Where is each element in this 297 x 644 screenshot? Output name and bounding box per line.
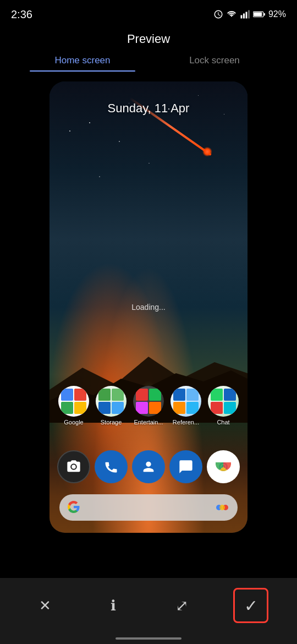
stars — [50, 81, 248, 352]
assistant-dots-icon — [215, 502, 230, 513]
app-reference-label: Referen... — [173, 419, 199, 425]
dock-contacts[interactable] — [132, 450, 165, 483]
bottom-toolbar: ✕ ℹ ⤢ ✓ — [0, 578, 297, 644]
app-entertain-label: Entertain... — [134, 419, 163, 425]
app-google-label: Google — [64, 419, 83, 425]
app-chat[interactable]: Chat — [206, 386, 240, 425]
app-reference[interactable]: Referen... — [169, 386, 203, 425]
page-title: Preview — [127, 32, 170, 46]
battery-icon — [253, 10, 265, 18]
svg-rect-6 — [264, 13, 265, 16]
phone-date: Sunday, 11 Apr — [50, 101, 248, 116]
loading-text: Loading... — [50, 303, 248, 312]
app-entertain-icon — [133, 386, 164, 417]
tab-lock-screen[interactable]: Lock screen — [148, 55, 280, 72]
svg-rect-3 — [248, 10, 250, 19]
app-google-icon — [58, 386, 89, 417]
google-g-logo — [67, 500, 81, 515]
confirm-button[interactable]: ✓ — [233, 588, 268, 623]
google-assistant-dots — [215, 502, 230, 513]
phone-icon — [103, 459, 119, 474]
dock-messages[interactable] — [169, 450, 202, 483]
dock-camera[interactable] — [57, 450, 90, 483]
app-storage-icon — [96, 386, 127, 417]
info-button[interactable]: ℹ — [97, 589, 130, 622]
status-icons: 92% — [213, 9, 286, 19]
dock — [50, 450, 248, 483]
search-bar[interactable] — [59, 494, 238, 521]
status-bar: 2:36 92% — [0, 0, 297, 26]
tab-bar: Home screen Lock screen — [0, 50, 297, 72]
checkmark-icon: ✓ — [244, 596, 258, 615]
svg-rect-1 — [243, 14, 245, 19]
svg-rect-2 — [245, 12, 247, 19]
svg-point-14 — [219, 505, 225, 510]
tab-home-screen[interactable]: Home screen — [16, 55, 148, 72]
close-button[interactable]: ✕ — [29, 589, 62, 622]
dock-chrome[interactable] — [207, 450, 240, 483]
home-indicator[interactable] — [116, 637, 182, 640]
camera-icon — [66, 459, 81, 474]
expand-button[interactable]: ⤢ — [165, 589, 198, 622]
contacts-icon — [141, 459, 156, 474]
header: Preview — [0, 26, 297, 50]
app-storage[interactable]: Storage — [94, 386, 128, 425]
svg-rect-5 — [254, 12, 262, 16]
dock-phone[interactable] — [95, 450, 128, 483]
chrome-icon — [215, 458, 232, 476]
info-icon: ℹ — [111, 597, 116, 614]
status-time: 2:36 — [11, 8, 32, 21]
wifi-icon — [227, 9, 237, 19]
app-chat-icon — [208, 386, 239, 417]
app-entertainment[interactable]: Entertain... — [131, 386, 166, 425]
app-row: Google Storage — [50, 386, 248, 425]
battery-percent: 92% — [268, 9, 286, 19]
signal-icon — [240, 9, 250, 19]
svg-rect-0 — [240, 15, 242, 19]
app-google[interactable]: Google — [57, 386, 91, 425]
app-chat-label: Chat — [217, 419, 229, 425]
phone-preview: Sunday, 11 Apr Loading... Google — [50, 81, 248, 533]
alarm-icon — [213, 9, 223, 19]
app-storage-label: Storage — [101, 419, 122, 425]
expand-icon: ⤢ — [175, 597, 188, 615]
messages-icon — [178, 459, 194, 474]
app-reference-icon — [170, 386, 201, 417]
google-logo-icon — [67, 500, 80, 514]
close-icon: ✕ — [39, 597, 51, 614]
